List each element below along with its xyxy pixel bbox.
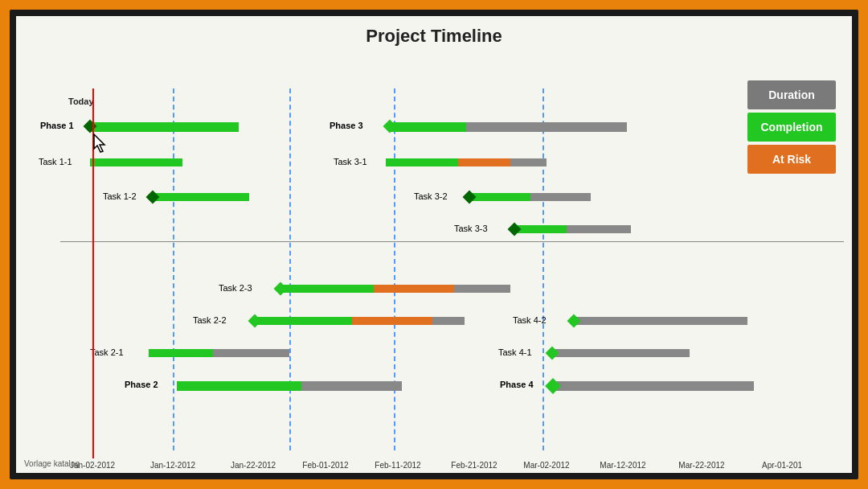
date-mar02: Mar-02-2012: [523, 461, 569, 470]
date-jan22: Jan-22-2012: [231, 461, 276, 470]
bar-task22-risk: [352, 317, 432, 325]
dashed-line-feb11: [394, 88, 395, 450]
date-jan12: Jan-12-2012: [150, 461, 195, 470]
label-task23: Task 2-3: [219, 283, 252, 293]
label-phase2: Phase 2: [125, 380, 158, 389]
bar-task12-comp: [153, 193, 249, 201]
bar-phase2-comp: [177, 381, 301, 391]
label-phase3: Phase 3: [330, 121, 363, 130]
bar-phase4-dur: [553, 381, 754, 391]
bar-phase1-comp: [90, 122, 239, 132]
label-task12: Task 1-2: [103, 191, 137, 201]
outer-border: Project Timeline Duration Completion At …: [10, 10, 858, 479]
legend-duration: Duration: [747, 80, 836, 109]
date-mar22: Mar-22-2012: [678, 461, 724, 470]
date-feb11: Feb-11-2012: [375, 461, 420, 470]
bar-task32-comp: [470, 193, 530, 201]
date-mar12: Mar-12-2012: [600, 461, 645, 470]
today-line: [92, 88, 94, 458]
date-feb21: Feb-21-2012: [451, 461, 497, 470]
bar-task22-comp: [256, 317, 352, 325]
label-phase4: Phase 4: [500, 380, 534, 389]
date-feb01: Feb-01-2012: [302, 461, 348, 470]
inner-content: Project Timeline Duration Completion At …: [16, 16, 852, 473]
label-task21: Task 2-1: [90, 347, 124, 357]
svg-marker-0: [94, 134, 104, 152]
legend: Duration Completion At Risk: [747, 80, 836, 174]
bar-task33-comp: [514, 225, 567, 233]
axis-line: [60, 241, 844, 242]
bar-task23-risk: [374, 285, 454, 293]
bar-task23-comp: [281, 285, 374, 293]
chart-title: Project Timeline: [16, 16, 852, 53]
label-task41: Task 4-1: [498, 347, 532, 357]
date-apr01: Apr-01-201: [762, 461, 802, 470]
label-task11: Task 1-1: [39, 157, 72, 166]
bar-task31-comp: [386, 158, 458, 166]
label-task42: Task 4-2: [513, 315, 547, 325]
bar-task21-comp: [149, 349, 213, 357]
footer-text: Vorlage katalog: [24, 459, 80, 468]
today-label: Today: [68, 97, 94, 106]
label-task33: Task 3-3: [454, 224, 488, 233]
bar-task11-comp: [90, 158, 182, 166]
label-task22: Task 2-2: [193, 315, 227, 325]
label-task31: Task 3-1: [334, 157, 367, 166]
dashed-line-mar02: [542, 88, 544, 450]
legend-completion: Completion: [747, 113, 836, 142]
bar-phase3-comp: [390, 122, 466, 132]
legend-atrisk: At Risk: [747, 145, 836, 174]
dashed-line-jan12: [173, 88, 174, 450]
bar-task42-dur: [575, 317, 747, 325]
dashed-line-feb01: [289, 88, 291, 450]
label-phase1: Phase 1: [40, 121, 74, 130]
bar-task41-dur: [553, 349, 690, 357]
cursor: [92, 133, 110, 157]
label-task32: Task 3-2: [414, 191, 448, 201]
bar-task31-risk: [458, 158, 510, 166]
